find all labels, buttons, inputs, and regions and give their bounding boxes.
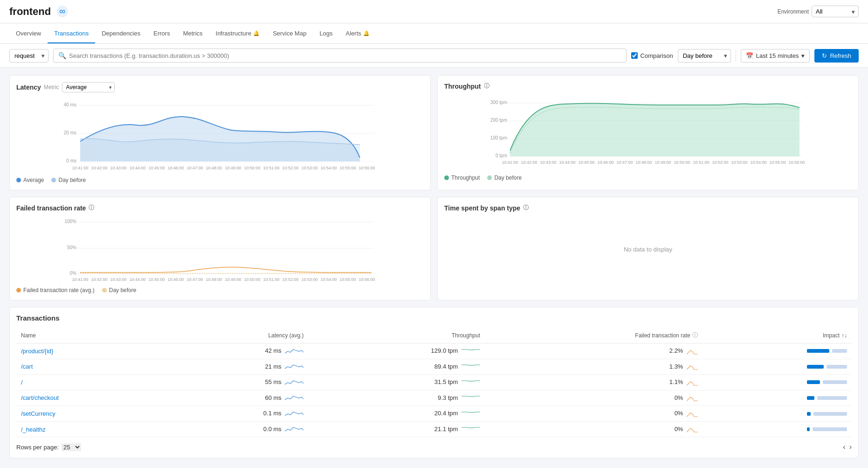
nav-item-service-map[interactable]: Service Map xyxy=(266,24,313,43)
rows-per-page: Rows per page: 25 50 100 xyxy=(16,443,81,451)
svg-text:10:43:00: 10:43:00 xyxy=(110,277,126,282)
span-type-title: Time spent by span type ⓘ xyxy=(444,204,852,212)
comparison-toggle: Comparison xyxy=(631,52,673,59)
svg-text:40 ms: 40 ms xyxy=(64,102,76,107)
failed-rate-col-info-icon[interactable]: ⓘ xyxy=(692,331,698,339)
cell-latency: 60 ms xyxy=(158,390,309,406)
metric-dropdown-wrap[interactable]: Average 95th percentile 99th percentile xyxy=(62,82,115,92)
throughput-chart: 300 tpm 200 tpm 100 tpm 0 tpm xyxy=(444,95,852,169)
cell-failed-rate: 2.2% xyxy=(485,343,703,359)
refresh-label: Refresh xyxy=(830,52,851,59)
svg-text:10:51:00: 10:51:00 xyxy=(693,160,709,165)
nav-item-errors[interactable]: Errors xyxy=(147,24,176,43)
svg-text:10:41:00: 10:41:00 xyxy=(502,160,518,165)
charts-row-2: Failed transaction rate ⓘ 100% 50% 0% xyxy=(9,197,859,300)
latency-chart: 40 ms 20 ms 0 ms 10:41:00 xyxy=(16,97,424,172)
alerts-beta-icon: 🔔 xyxy=(363,30,370,36)
comparison-checkbox[interactable] xyxy=(631,52,638,59)
cell-failed-rate: 1.1% xyxy=(485,375,703,391)
cell-name: /setCurrency xyxy=(16,406,158,422)
span-type-info-icon[interactable]: ⓘ xyxy=(523,204,529,212)
svg-text:10:45:00: 10:45:00 xyxy=(578,160,594,165)
period-dropdown[interactable]: Day before Week before xyxy=(678,49,731,63)
cell-failed-rate: 0% xyxy=(485,421,703,437)
legend-dot-throughput xyxy=(444,175,449,180)
nav-item-metrics[interactable]: Metrics xyxy=(177,24,209,43)
svg-text:10:43:00: 10:43:00 xyxy=(110,166,126,170)
legend-failed-rate: Failed transaction rate (avg.) xyxy=(16,287,95,293)
metric-dropdown[interactable]: Average 95th percentile 99th percentile xyxy=(62,82,115,92)
refresh-button[interactable]: ↻ Refresh xyxy=(814,49,859,63)
svg-text:10:44:00: 10:44:00 xyxy=(129,166,145,170)
svg-text:10:42:00: 10:42:00 xyxy=(521,160,537,165)
cell-throughput: 20.4 tpm xyxy=(308,406,485,422)
nav-item-transactions[interactable]: Transactions xyxy=(48,24,95,43)
svg-text:10:51:00: 10:51:00 xyxy=(263,277,279,282)
impact-bar-light xyxy=(832,349,847,353)
span-type-panel: Time spent by span type ⓘ No data to dis… xyxy=(437,197,859,300)
nav-item-dependencies[interactable]: Dependencies xyxy=(95,24,147,43)
svg-text:10:50:00: 10:50:00 xyxy=(244,277,260,282)
nav-item-logs[interactable]: Logs xyxy=(313,24,339,43)
svg-text:10:46:00: 10:46:00 xyxy=(167,166,184,170)
main-content: Latency Metric Average 95th percentile 9… xyxy=(0,68,868,466)
cell-failed-rate: 1.3% xyxy=(485,359,703,375)
nav-item-alerts[interactable]: Alerts 🔔 xyxy=(339,24,376,43)
legend-throughput-day-before: Day before xyxy=(487,175,522,181)
impact-bar-light xyxy=(823,380,847,384)
legend-day-before: Day before xyxy=(51,177,86,183)
charts-row-1: Latency Metric Average 95th percentile 9… xyxy=(9,75,859,190)
period-select-wrap[interactable]: Day before Week before xyxy=(678,49,731,63)
svg-text:10:48:00: 10:48:00 xyxy=(206,166,222,170)
svg-text:0 tpm: 0 tpm xyxy=(496,153,507,158)
svg-text:10:55:00: 10:55:00 xyxy=(339,166,356,170)
cell-throughput: 89.4 tpm xyxy=(308,359,485,375)
svg-text:10:48:00: 10:48:00 xyxy=(635,160,652,165)
tx-link[interactable]: /cart/checkout xyxy=(21,394,59,401)
failed-rate-info-icon[interactable]: ⓘ xyxy=(89,204,94,212)
svg-text:10:45:00: 10:45:00 xyxy=(148,277,165,282)
col-header-latency: Latency (avg.) xyxy=(158,328,309,343)
type-dropdown[interactable]: request xyxy=(9,49,48,63)
search-box[interactable]: 🔍 xyxy=(53,49,627,63)
svg-text:10:48:00: 10:48:00 xyxy=(206,277,222,282)
svg-text:10:43:00: 10:43:00 xyxy=(540,160,556,165)
svg-text:10:56:00: 10:56:00 xyxy=(358,277,375,282)
col-header-failed-rate: Failed transaction rate ⓘ xyxy=(485,328,703,343)
rows-per-page-select[interactable]: 25 50 100 xyxy=(62,443,81,451)
infrastructure-beta-icon: 🔔 xyxy=(253,30,260,36)
tx-link[interactable]: /cart xyxy=(21,363,33,370)
svg-text:300 tpm: 300 tpm xyxy=(490,100,507,105)
svg-text:10:56:00: 10:56:00 xyxy=(358,166,375,170)
tx-link[interactable]: /setCurrency xyxy=(21,410,55,417)
col-header-impact[interactable]: Impact ↑↓ xyxy=(703,328,852,343)
tx-link[interactable]: /_healthz xyxy=(21,426,46,433)
prev-page-button[interactable]: ‹ xyxy=(843,443,845,451)
svg-text:10:52:00: 10:52:00 xyxy=(712,160,728,165)
svg-text:10:55:00: 10:55:00 xyxy=(769,160,785,165)
table-row: / 55 ms 31.5 tpm 1.1% xyxy=(16,375,852,391)
tx-link[interactable]: / xyxy=(21,379,23,386)
time-range-selector[interactable]: 📅 Last 15 minutes ▾ xyxy=(741,49,810,63)
cell-name: /_healthz xyxy=(16,421,158,437)
svg-text:10:53:00: 10:53:00 xyxy=(301,277,317,282)
cell-throughput: 9.3 tpm xyxy=(308,390,485,406)
tx-link[interactable]: /product/{id} xyxy=(21,348,53,355)
svg-text:10:53:00: 10:53:00 xyxy=(301,166,317,170)
pagination: ‹ › xyxy=(843,443,852,451)
svg-text:10:47:00: 10:47:00 xyxy=(616,160,633,165)
environment-dropdown-wrap[interactable]: All Production Staging xyxy=(812,6,859,17)
search-input[interactable] xyxy=(69,52,621,59)
svg-text:10:45:00: 10:45:00 xyxy=(148,166,165,170)
legend-average: Average xyxy=(16,177,44,183)
transactions-table: Name Latency (avg.) Throughput Failed tr… xyxy=(16,328,852,437)
nav-item-infrastructure[interactable]: Infrastructure 🔔 xyxy=(209,24,267,43)
transactions-panel: Transactions Name Latency (avg.) Through… xyxy=(9,307,859,458)
type-dropdown-wrap[interactable]: request xyxy=(9,49,48,63)
nav-item-overview[interactable]: Overview xyxy=(9,24,48,43)
next-page-button[interactable]: › xyxy=(849,443,852,451)
impact-bar-dark xyxy=(807,365,824,369)
environment-dropdown[interactable]: All Production Staging xyxy=(812,6,859,17)
throughput-info-icon[interactable]: ⓘ xyxy=(484,82,489,90)
legend-label-throughput: Throughput xyxy=(451,175,480,181)
